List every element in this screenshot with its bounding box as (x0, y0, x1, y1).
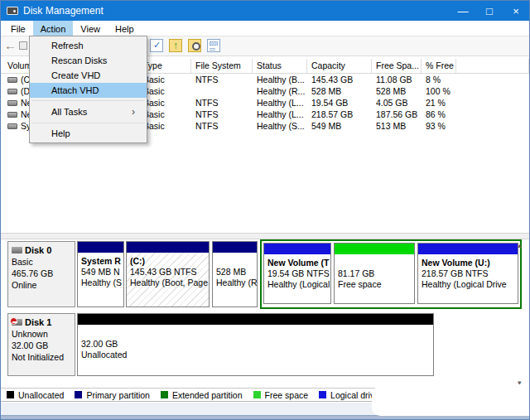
volume-icon (7, 77, 17, 83)
menu-file[interactable]: File (3, 21, 33, 36)
legend-logical-drive: Logical drive (319, 390, 379, 400)
legend-primary-partition: Primary partition (75, 390, 149, 400)
window-controls: — □ × (450, 1, 529, 21)
primary-partition-swatch (75, 391, 82, 398)
partition-c-selected[interactable]: (C:) 145.43 GB NTFS Healthy (Boot, Page … (126, 241, 210, 307)
menu-action[interactable]: Action (33, 21, 74, 36)
legend-unallocated: Unallocated (7, 390, 64, 400)
menu-view[interactable]: View (73, 21, 108, 36)
menu-help[interactable]: Help (108, 21, 142, 36)
explore-icon[interactable] (188, 39, 201, 52)
forward-icon[interactable] (19, 41, 27, 50)
maximize-button[interactable]: □ (476, 1, 503, 21)
extended-partition-swatch (161, 391, 168, 398)
scroll-up-icon[interactable]: ▴ (518, 241, 522, 249)
legend-extended-partition: Extended partition (161, 390, 243, 400)
volume-icon (7, 100, 17, 106)
header-status[interactable]: Status (253, 59, 307, 73)
menu-item-all-tasks[interactable]: All Tasks › (30, 104, 147, 120)
primary-partition-bar (213, 242, 257, 253)
menu-item-help[interactable]: Help (30, 126, 147, 141)
disk-management-app-icon (7, 7, 18, 15)
free-space-swatch (253, 391, 261, 398)
unallocated-bar (78, 314, 433, 325)
legend-free-space: Free space (253, 390, 309, 400)
logical-drive-bar (418, 244, 518, 254)
unallocated-swatch (7, 391, 14, 398)
extended-partition-frame: New Volume (T 19.54 GB NTFS Healthy (Log… (260, 239, 522, 309)
disk-icon (12, 247, 22, 253)
partition-unallocated[interactable]: 32.00 GB Unallocated (77, 313, 434, 376)
submenu-arrow-icon: › (132, 106, 135, 118)
volume-icon (7, 112, 17, 118)
check-disk-icon[interactable] (150, 39, 163, 52)
menu-bar: File Action View Help (1, 21, 529, 36)
header-file-system[interactable]: File System (191, 59, 253, 73)
header-capacity[interactable]: Capacity (307, 59, 372, 73)
primary-partition-bar (127, 242, 209, 253)
partition-new-volume-u[interactable]: New Volume (U:) 218.57 GB NTFS Healthy (… (417, 243, 518, 304)
change-drive-letter-icon[interactable] (169, 39, 182, 52)
disk-graphics-pane: Disk 0 Basic 465.76 GB Online System R 5… (1, 239, 529, 388)
pane-splitter[interactable] (1, 233, 529, 239)
header-free-space[interactable]: Free Spa... (372, 59, 422, 73)
header-pct-free[interactable]: % Free (422, 59, 456, 73)
back-icon[interactable]: ← (4, 38, 17, 52)
close-button[interactable]: × (503, 1, 529, 21)
title-bar: Disk Management — □ × (1, 1, 529, 21)
action-menu: Refresh Rescan Disks Create VHD Attach V… (29, 36, 147, 143)
menu-item-attach-vhd[interactable]: Attach VHD (30, 83, 147, 98)
volume-icon (7, 123, 17, 129)
disk0-label[interactable]: Disk 0 Basic 465.76 GB Online (7, 241, 75, 307)
properties-icon[interactable] (207, 39, 220, 52)
primary-partition-bar (78, 242, 123, 253)
menu-item-refresh[interactable]: Refresh (30, 38, 147, 53)
volume-icon (7, 89, 17, 94)
menu-item-create-vhd[interactable]: Create VHD (30, 68, 147, 83)
disk-management-window: Disk Management — □ × File Action View H… (0, 0, 530, 420)
logical-drive-bar (264, 244, 330, 254)
header-blank (456, 59, 529, 73)
minimize-button[interactable]: — (450, 1, 476, 21)
white-overlay-artifact (372, 384, 530, 416)
partition-free-space[interactable]: 81.17 GB Free space (334, 243, 415, 304)
partition-system-reserved[interactable]: System R 549 MB N Healthy (S (77, 241, 124, 307)
logical-drive-swatch (319, 391, 326, 398)
menu-separator (31, 123, 145, 123)
partition-new-volume-t[interactable]: New Volume (T 19.54 GB NTFS Healthy (Log… (263, 243, 331, 304)
menu-item-rescan-disks[interactable]: Rescan Disks (30, 53, 147, 68)
not-initialized-icon (10, 317, 17, 325)
disk1-label[interactable]: Disk 1 Unknown 32.00 GB Not Initialized (7, 313, 75, 376)
partition-recovery[interactable]: 528 MB Healthy (R (212, 241, 258, 307)
window-title: Disk Management (23, 5, 104, 17)
free-space-bar (335, 244, 414, 254)
menu-separator (31, 100, 145, 101)
